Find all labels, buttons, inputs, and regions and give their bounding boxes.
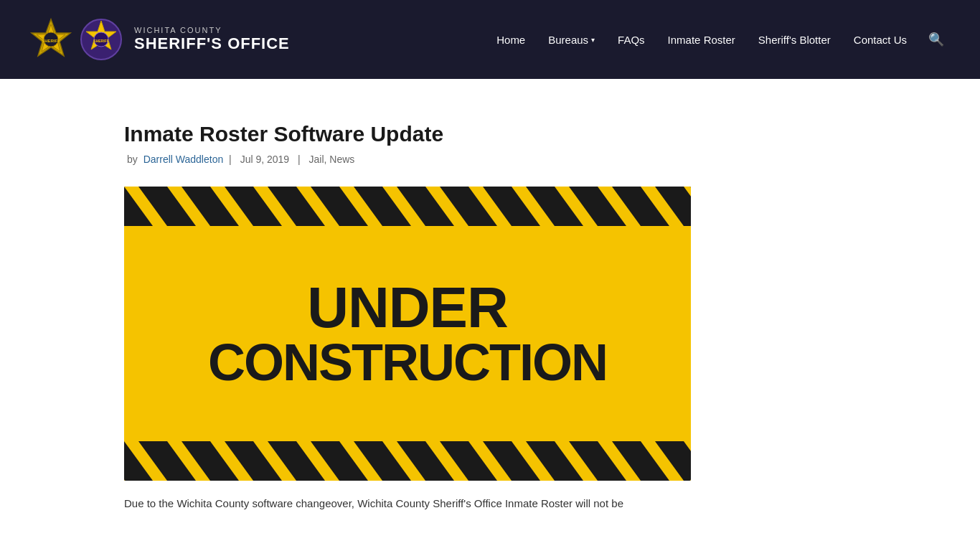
search-icon: 🔍: [928, 32, 944, 47]
meta-author[interactable]: Darrell Waddleton: [143, 154, 224, 165]
nav-sheriffs-blotter[interactable]: Sheriff's Blotter: [750, 28, 839, 52]
svg-text:SHERIFF: SHERIFF: [93, 39, 108, 43]
article-meta: by Darrell Waddleton | Jul 9, 2019 | Jai…: [124, 154, 712, 165]
logo-badges: SHERIFF SHERIFF: [29, 17, 123, 62]
page-wrapper: Inmate Roster Software Update by Darrell…: [95, 79, 885, 551]
site-name: SHERIFF'S OFFICE: [134, 34, 290, 53]
meta-categories: Jail, News: [309, 154, 355, 165]
main-content: Inmate Roster Software Update by Darrell…: [124, 108, 712, 512]
main-nav: Home Bureaus ▾ FAQs Inmate Roster Sherif…: [488, 27, 951, 52]
badge-star-gold: SHERIFF: [29, 17, 73, 62]
construction-image: UNDER CONSTRUCTION: [124, 187, 691, 481]
meta-by: by: [127, 154, 138, 165]
construction-text: UNDER CONSTRUCTION: [208, 279, 607, 388]
header-left: SHERIFF SHERIFF WICHITA COUNTY SHERIFF'S…: [29, 17, 290, 62]
search-button[interactable]: 🔍: [921, 27, 951, 52]
badge-round-purple: SHERIFF: [79, 17, 123, 62]
meta-sep2: |: [298, 154, 301, 165]
bureaus-chevron-icon: ▾: [591, 36, 595, 44]
nav-contact-us[interactable]: Contact Us: [845, 28, 915, 52]
nav-bureaus[interactable]: Bureaus ▾: [540, 28, 603, 52]
nav-faqs[interactable]: FAQs: [609, 28, 654, 52]
svg-rect-14: [124, 441, 691, 481]
article-title: Inmate Roster Software Update: [124, 122, 712, 146]
site-header: SHERIFF SHERIFF WICHITA COUNTY SHERIFF'S…: [0, 0, 980, 79]
meta-date: Jul 9, 2019: [240, 154, 290, 165]
under-text: UNDER: [208, 279, 607, 336]
nav-inmate-roster[interactable]: Inmate Roster: [659, 28, 744, 52]
article-excerpt: Due to the Wichita County software chang…: [124, 495, 712, 512]
site-subtitle: WICHITA COUNTY: [134, 26, 290, 34]
meta-sep1: |: [229, 154, 232, 165]
construction-text-line: CONSTRUCTION: [208, 336, 607, 388]
site-title-block: WICHITA COUNTY SHERIFF'S OFFICE: [134, 26, 290, 53]
svg-text:SHERIFF: SHERIFF: [42, 39, 60, 43]
nav-home[interactable]: Home: [488, 28, 534, 52]
svg-rect-13: [124, 187, 691, 226]
